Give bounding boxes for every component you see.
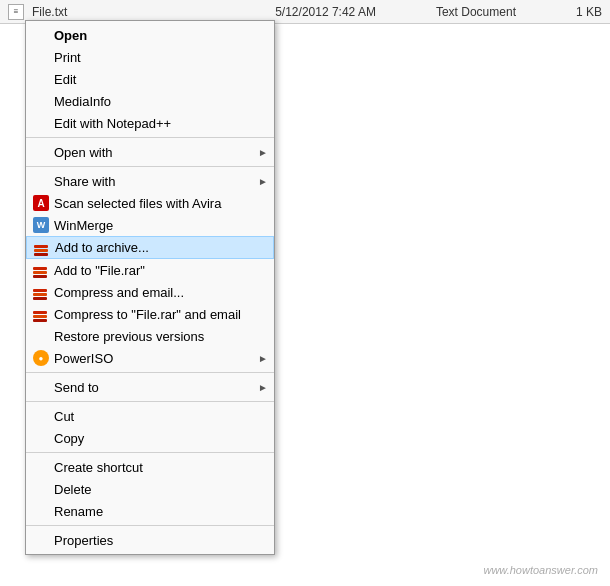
menu-label-scan-avira: Scan selected files with Avira [54,196,221,211]
avira-icon [32,194,50,212]
poweriso-icon [32,349,50,367]
menu-item-compress-file-rar-email[interactable]: Compress to "File.rar" and email [26,303,274,325]
menu-item-mediainfo[interactable]: MediaInfo [26,90,274,112]
menu-label-properties: Properties [54,533,113,548]
menu-label-copy: Copy [54,431,84,446]
menu-label-winmerge: WinMerge [54,218,113,233]
menu-label-share-with: Share with [54,174,115,189]
menu-label-mediainfo: MediaInfo [54,94,111,109]
arrow-icon-open-with: ► [258,147,268,158]
menu-item-cut[interactable]: Cut [26,405,274,427]
menu-item-share-with[interactable]: Share with ► [26,170,274,192]
explorer-background: ≡ File.txt 5/12/2012 7:42 AM Text Docume… [0,0,610,586]
menu-item-open[interactable]: Open [26,24,274,46]
menu-item-restore-versions[interactable]: Restore previous versions [26,325,274,347]
menu-item-copy[interactable]: Copy [26,427,274,449]
menu-item-edit-notepad[interactable]: Edit with Notepad++ [26,112,274,134]
menu-label-compress-file-rar-email: Compress to "File.rar" and email [54,307,241,322]
archive-icon-2 [32,261,50,279]
watermark: www.howtoanswer.com [483,564,598,576]
menu-item-poweriso[interactable]: PowerISO ► [26,347,274,369]
menu-item-open-with[interactable]: Open with ► [26,141,274,163]
menu-label-open: Open [54,28,87,43]
separator-1 [26,137,274,138]
menu-item-scan-avira[interactable]: Scan selected files with Avira [26,192,274,214]
separator-3 [26,372,274,373]
menu-label-compress-email: Compress and email... [54,285,184,300]
archive-icon-3 [32,283,50,301]
menu-item-rename[interactable]: Rename [26,500,274,522]
menu-label-edit: Edit [54,72,76,87]
menu-item-send-to[interactable]: Send to ► [26,376,274,398]
separator-5 [26,452,274,453]
menu-item-add-archive[interactable]: Add to archive... [26,236,274,259]
archive-icon-1 [33,239,51,257]
file-type: Text Document [436,5,516,19]
menu-label-open-with: Open with [54,145,113,160]
menu-label-create-shortcut: Create shortcut [54,460,143,475]
file-meta: 5/12/2012 7:42 AM Text Document 1 KB [275,5,602,19]
file-icon: ≡ [8,4,24,20]
separator-2 [26,166,274,167]
archive-icon-4 [32,305,50,323]
menu-label-cut: Cut [54,409,74,424]
arrow-icon-poweriso: ► [258,353,268,364]
menu-label-restore-versions: Restore previous versions [54,329,204,344]
menu-item-compress-email[interactable]: Compress and email... [26,281,274,303]
context-menu: Open Print Edit MediaInfo Edit with Note… [25,20,275,555]
menu-item-add-file-rar[interactable]: Add to "File.rar" [26,259,274,281]
menu-label-add-file-rar: Add to "File.rar" [54,263,145,278]
menu-item-create-shortcut[interactable]: Create shortcut [26,456,274,478]
separator-4 [26,401,274,402]
file-date: 5/12/2012 7:42 AM [275,5,376,19]
file-size: 1 KB [576,5,602,19]
separator-6 [26,525,274,526]
menu-item-print[interactable]: Print [26,46,274,68]
menu-label-edit-notepad: Edit with Notepad++ [54,116,171,131]
menu-label-print: Print [54,50,81,65]
menu-label-send-to: Send to [54,380,99,395]
winmerge-icon [32,216,50,234]
menu-item-edit[interactable]: Edit [26,68,274,90]
menu-item-winmerge[interactable]: WinMerge [26,214,274,236]
menu-label-add-archive: Add to archive... [55,240,149,255]
menu-label-rename: Rename [54,504,103,519]
menu-label-delete: Delete [54,482,92,497]
file-name: File.txt [32,5,67,19]
arrow-icon-send-to: ► [258,382,268,393]
menu-label-poweriso: PowerISO [54,351,113,366]
arrow-icon-share-with: ► [258,176,268,187]
menu-item-delete[interactable]: Delete [26,478,274,500]
menu-item-properties[interactable]: Properties [26,529,274,551]
